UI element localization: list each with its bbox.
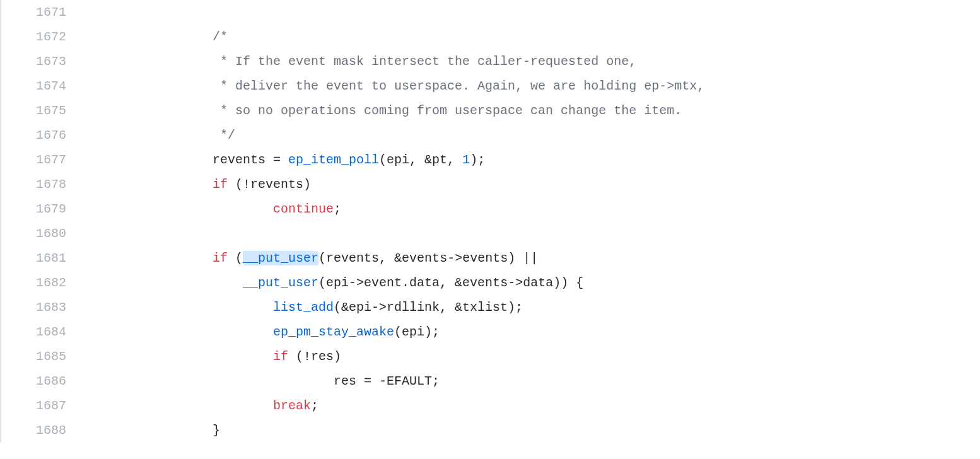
- code-line[interactable]: 1676 */: [0, 123, 980, 148]
- function-token: ep_item_poll: [288, 153, 379, 167]
- code-line[interactable]: 1687 break;: [0, 393, 980, 418]
- code-line[interactable]: 1677 revents = ep_item_poll(epi, &pt, 1)…: [0, 148, 980, 172]
- line-number[interactable]: 1679: [0, 197, 91, 221]
- indent: [91, 374, 334, 388]
- code-content[interactable]: ep_pm_stay_awake(epi);: [91, 320, 980, 344]
- code-line[interactable]: 1671: [0, 0, 980, 25]
- code-line[interactable]: 1680: [0, 221, 980, 246]
- line-number[interactable]: 1688: [0, 418, 91, 443]
- code-content[interactable]: * deliver the event to userspace. Again,…: [91, 74, 980, 98]
- code-token: (revents, &events->events) ||: [318, 251, 538, 265]
- keyword-token: if: [213, 251, 228, 265]
- code-token: (epi->event.data, &events->data)) {: [318, 276, 583, 290]
- number-token: 1: [462, 153, 470, 167]
- code-line[interactable]: 1672 /*: [0, 25, 980, 49]
- code-content[interactable]: __put_user(epi->event.data, &events->dat…: [91, 270, 980, 295]
- code-token: ;: [334, 202, 341, 216]
- indent: [91, 325, 273, 339]
- code-content[interactable]: res = -EFAULT;: [91, 369, 980, 393]
- keyword-token: continue: [273, 202, 334, 216]
- line-number[interactable]: 1682: [0, 270, 91, 295]
- code-token: (&epi->rdllink, &txlist);: [334, 300, 523, 315]
- indent: [91, 177, 213, 192]
- comment-text: * deliver the event to userspace. Again,…: [91, 79, 704, 93]
- code-line[interactable]: 1673 * If the event mask intersect the c…: [0, 49, 980, 74]
- code-content[interactable]: revents = ep_item_poll(epi, &pt, 1);: [91, 148, 980, 172]
- code-content[interactable]: * so no operations coming from userspace…: [91, 98, 980, 123]
- line-number[interactable]: 1677: [0, 148, 91, 172]
- code-token: ;: [311, 398, 318, 413]
- code-token: }: [213, 423, 220, 438]
- code-content[interactable]: break;: [91, 393, 980, 418]
- indent: [91, 398, 273, 413]
- indent: [91, 276, 243, 290]
- line-number[interactable]: 1676: [0, 123, 91, 148]
- keyword-token: if: [213, 177, 228, 192]
- code-token: );: [470, 153, 485, 167]
- indent: [91, 202, 273, 216]
- code-line[interactable]: 1685 if (!res): [0, 344, 980, 369]
- line-number[interactable]: 1672: [0, 25, 91, 49]
- code-token: (!revents): [228, 177, 311, 192]
- function-token: list_add: [273, 300, 334, 315]
- code-line[interactable]: 1674 * deliver the event to userspace. A…: [0, 74, 980, 98]
- code-token: (epi);: [394, 325, 440, 339]
- code-content[interactable]: if (__put_user(revents, &events->events)…: [91, 246, 980, 270]
- indent: [91, 300, 273, 315]
- line-number[interactable]: 1683: [0, 295, 91, 320]
- indent: [91, 251, 213, 265]
- code-content[interactable]: */: [91, 123, 980, 148]
- line-number[interactable]: 1673: [0, 49, 91, 74]
- indent: [91, 423, 213, 438]
- code-content[interactable]: * If the event mask intersect the caller…: [91, 49, 980, 74]
- comment-text: * so no operations coming from userspace…: [91, 103, 682, 118]
- code-content[interactable]: /*: [91, 25, 980, 49]
- indent: [91, 153, 213, 167]
- line-number[interactable]: 1671: [0, 0, 91, 25]
- line-number[interactable]: 1674: [0, 74, 91, 98]
- function-token: __put_user: [243, 276, 318, 290]
- comment-text: * If the event mask intersect the caller…: [91, 54, 636, 69]
- code-token: (epi, &pt,: [379, 153, 462, 167]
- code-line[interactable]: 1682 __put_user(epi->event.data, &events…: [0, 270, 980, 295]
- code-content[interactable]: if (!res): [91, 344, 980, 369]
- line-number[interactable]: 1685: [0, 344, 91, 369]
- line-number[interactable]: 1686: [0, 369, 91, 393]
- code-line[interactable]: 1684 ep_pm_stay_awake(epi);: [0, 320, 980, 344]
- code-token: revents =: [213, 153, 288, 167]
- comment-text: */: [91, 128, 235, 142]
- code-content[interactable]: list_add(&epi->rdllink, &txlist);: [91, 295, 980, 320]
- code-token: res = -EFAULT;: [334, 374, 440, 388]
- function-token: ep_pm_stay_awake: [273, 325, 394, 339]
- indent: [91, 349, 273, 364]
- code-line[interactable]: 1675 * so no operations coming from user…: [0, 98, 980, 123]
- line-number[interactable]: 1678: [0, 172, 91, 197]
- line-number[interactable]: 1687: [0, 393, 91, 418]
- line-number[interactable]: 1684: [0, 320, 91, 344]
- code-content[interactable]: if (!revents): [91, 172, 980, 197]
- line-number[interactable]: 1675: [0, 98, 91, 123]
- code-line[interactable]: 1681 if (__put_user(revents, &events->ev…: [0, 246, 980, 270]
- keyword-token: if: [273, 349, 288, 364]
- code-line[interactable]: 1688 }: [0, 418, 980, 443]
- code-content[interactable]: continue;: [91, 197, 980, 221]
- code-line[interactable]: 1686 res = -EFAULT;: [0, 369, 980, 393]
- code-content[interactable]: }: [91, 418, 980, 443]
- highlighted-identifier: __put_user: [243, 251, 318, 265]
- code-line[interactable]: 1679 continue;: [0, 197, 980, 221]
- code-block: 16711672 /*1673 * If the event mask inte…: [0, 0, 980, 443]
- keyword-token: break: [273, 398, 311, 413]
- code-line[interactable]: 1683 list_add(&epi->rdllink, &txlist);: [0, 295, 980, 320]
- code-line[interactable]: 1678 if (!revents): [0, 172, 980, 197]
- code-token: (: [228, 251, 243, 265]
- code-token: (!res): [288, 349, 341, 364]
- line-number[interactable]: 1681: [0, 246, 91, 270]
- line-number[interactable]: 1680: [0, 221, 91, 246]
- comment-text: /*: [91, 30, 228, 44]
